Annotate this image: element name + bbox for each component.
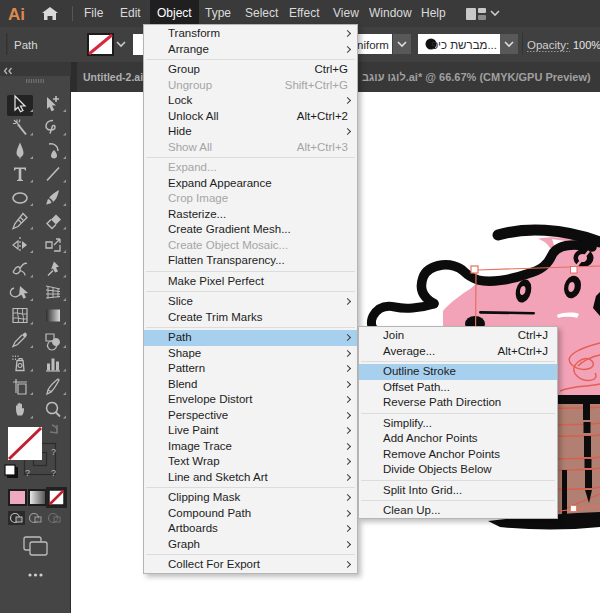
- svg-text:Ai: Ai: [8, 5, 25, 24]
- svg-text:100%: 100%: [573, 39, 600, 51]
- svg-text:?: ?: [25, 468, 30, 478]
- svg-text:?: ?: [51, 468, 56, 478]
- svg-text:?: ?: [51, 447, 56, 457]
- svg-text:niform: niform: [357, 39, 389, 51]
- svg-text:מברשת כיפ...: מברשת כיפ...: [431, 39, 497, 51]
- svg-text:Opacity:: Opacity:: [527, 39, 569, 51]
- svg-text:Path: Path: [14, 39, 38, 51]
